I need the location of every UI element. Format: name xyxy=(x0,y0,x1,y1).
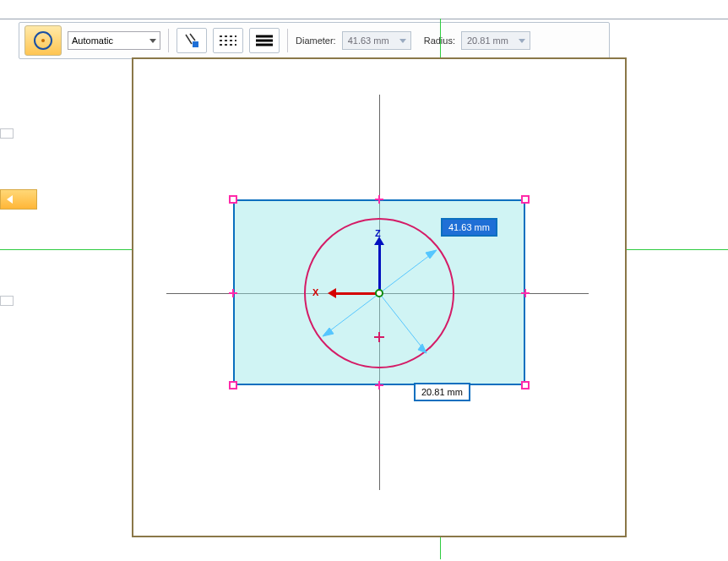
handle-ne[interactable] xyxy=(521,195,530,204)
z-axis-label: Z xyxy=(375,228,381,238)
handle-n[interactable] xyxy=(375,195,383,204)
svg-rect-2 xyxy=(193,41,198,47)
circle-tool-button[interactable] xyxy=(24,25,62,56)
origin-marker xyxy=(375,289,383,297)
radius-readout[interactable]: 20.81 mm xyxy=(414,383,470,401)
chevron-left-icon xyxy=(4,194,18,204)
snap-icon xyxy=(183,32,200,49)
panel-stub xyxy=(0,296,14,306)
svg-point-1 xyxy=(41,39,45,42)
toolbar: Automatic Diameter: 41.63 mm xyxy=(19,22,610,59)
handle-s[interactable] xyxy=(375,381,383,389)
handle-se[interactable] xyxy=(521,381,530,389)
circle-icon xyxy=(31,29,55,52)
handle-nw[interactable] xyxy=(229,195,237,204)
handle-e[interactable] xyxy=(521,289,530,297)
diameter-field[interactable]: 41.63 mm xyxy=(342,31,411,50)
handle-w[interactable] xyxy=(229,289,237,297)
diameter-label: Diameter: xyxy=(296,35,336,46)
panel-stub xyxy=(0,128,14,139)
circle-center-marker xyxy=(374,332,384,342)
collapsed-panel-tab[interactable] xyxy=(0,189,37,210)
diameter-readout[interactable]: 41.63 mm xyxy=(441,218,497,237)
line-style-select[interactable]: Automatic xyxy=(68,31,160,50)
x-axis-label: X xyxy=(312,287,318,297)
snap-toggle-button[interactable] xyxy=(177,28,207,53)
toolbar-divider xyxy=(287,29,288,52)
diameter-value: 41.63 mm xyxy=(348,35,389,46)
handle-sw[interactable] xyxy=(229,381,237,389)
line-pattern-solid-button[interactable] xyxy=(249,28,280,53)
x-axis-arrow xyxy=(336,292,380,295)
solid-lines-icon xyxy=(255,34,274,47)
dashed-lines-icon xyxy=(219,34,237,47)
z-axis-arrow xyxy=(378,245,381,294)
line-style-value: Automatic xyxy=(72,35,113,46)
toolbar-divider xyxy=(168,29,169,52)
line-pattern-dashed-button[interactable] xyxy=(213,28,243,53)
radius-field[interactable]: 20.81 mm xyxy=(461,31,530,50)
svg-marker-9 xyxy=(7,195,13,204)
radius-value: 20.81 mm xyxy=(467,35,508,46)
